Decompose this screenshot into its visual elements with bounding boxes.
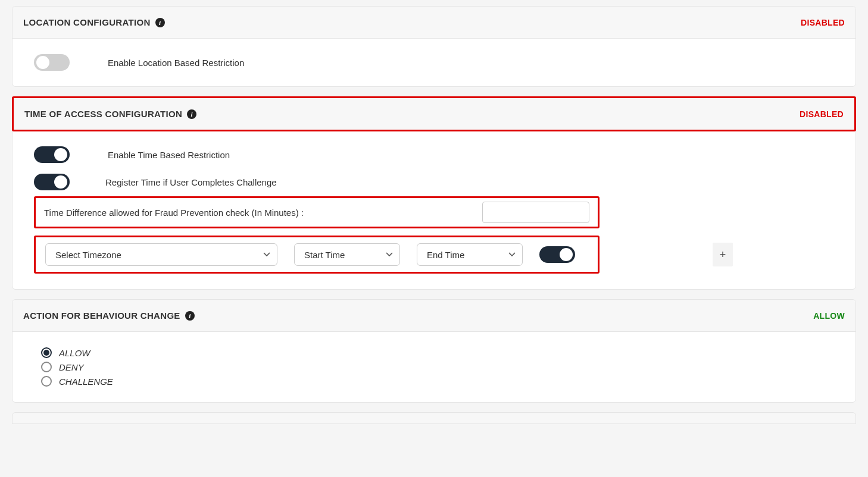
radio-button-icon [41,376,52,387]
action-card-header: ACTION FOR BEHAVIOUR CHANGE i ALLOW [13,300,855,332]
radio-deny-label: DENY [59,362,84,372]
time-enable-row: Enable Time Based Restriction [34,146,834,163]
radio-button-icon [41,362,52,372]
start-time-select-wrap: Start Time [294,243,400,266]
action-title: ACTION FOR BEHAVIOUR CHANGE [23,310,180,321]
time-register-row: Register Time if User Completes Challeng… [34,174,834,190]
toggle-knob [36,56,49,69]
timezone-select-value: Select Timezone [55,250,121,260]
location-enable-toggle[interactable] [34,54,70,71]
time-schedule-row: Select Timezone Start Time [34,236,600,274]
radio-challenge[interactable]: CHALLENGE [41,376,834,387]
info-icon[interactable]: i [185,311,195,321]
location-configuration-card: LOCATION CONFIGURATION i DISABLED Enable… [12,6,856,87]
end-time-select[interactable]: End Time [417,243,523,266]
location-enable-label: Enable Location Based Restriction [108,58,244,68]
timezone-select[interactable]: Select Timezone [45,243,277,266]
header-left: LOCATION CONFIGURATION i [23,17,165,27]
end-time-select-value: End Time [427,250,464,260]
start-time-select[interactable]: Start Time [294,243,400,266]
radio-deny[interactable]: DENY [41,362,834,372]
location-card-header: LOCATION CONFIGURATION i DISABLED [13,7,855,39]
action-behaviour-card: ACTION FOR BEHAVIOUR CHANGE i ALLOW ALLO… [12,299,856,403]
time-register-toggle[interactable] [34,174,70,190]
location-title: LOCATION CONFIGURATION [23,17,151,27]
radio-dot-icon [43,350,49,356]
radio-allow[interactable]: ALLOW [41,347,834,358]
time-diff-label: Time Difference allowed for Fraud Preven… [44,208,304,218]
radio-challenge-label: CHALLENGE [59,376,113,387]
end-time-select-wrap: End Time [417,243,523,266]
time-enable-toggle[interactable] [34,146,70,163]
time-card-header: TIME OF ACCESS CONFIGURATION i DISABLED [12,96,856,131]
time-card-body: Enable Time Based Restriction Register T… [13,131,855,289]
toggle-knob [54,148,67,161]
time-register-label: Register Time if User Completes Challeng… [105,177,277,187]
next-card-header [12,412,856,424]
timezone-select-wrap: Select Timezone [45,243,277,266]
location-status-badge: DISABLED [801,18,845,27]
time-configuration-card: TIME OF ACCESS CONFIGURATION i DISABLED … [12,96,856,290]
toggle-knob [560,248,573,261]
time-diff-input[interactable] [482,202,589,223]
radio-allow-label: ALLOW [59,348,90,358]
time-enable-label: Enable Time Based Restriction [108,150,230,160]
add-time-row-button[interactable]: + [713,243,733,266]
time-status-badge: DISABLED [800,109,844,119]
radio-button-icon [41,347,52,358]
info-icon[interactable]: i [187,109,196,119]
location-enable-row: Enable Location Based Restriction [34,54,834,71]
time-diff-row: Time Difference allowed for Fraud Preven… [34,196,600,228]
header-left: ACTION FOR BEHAVIOUR CHANGE i [23,310,195,321]
action-radio-group: ALLOW DENY CHALLENGE [34,347,834,387]
info-icon[interactable]: i [155,18,165,27]
location-card-body: Enable Location Based Restriction [13,39,855,86]
toggle-knob [54,175,67,189]
action-status-badge: ALLOW [813,311,845,321]
time-row-toggle[interactable] [539,246,575,263]
time-schedule-row-wrapper: Select Timezone Start Time [34,236,834,274]
start-time-select-value: Start Time [304,250,345,260]
time-title: TIME OF ACCESS CONFIGURATION [24,109,182,119]
action-card-body: ALLOW DENY CHALLENGE [13,332,855,402]
header-left: TIME OF ACCESS CONFIGURATION i [24,109,196,119]
